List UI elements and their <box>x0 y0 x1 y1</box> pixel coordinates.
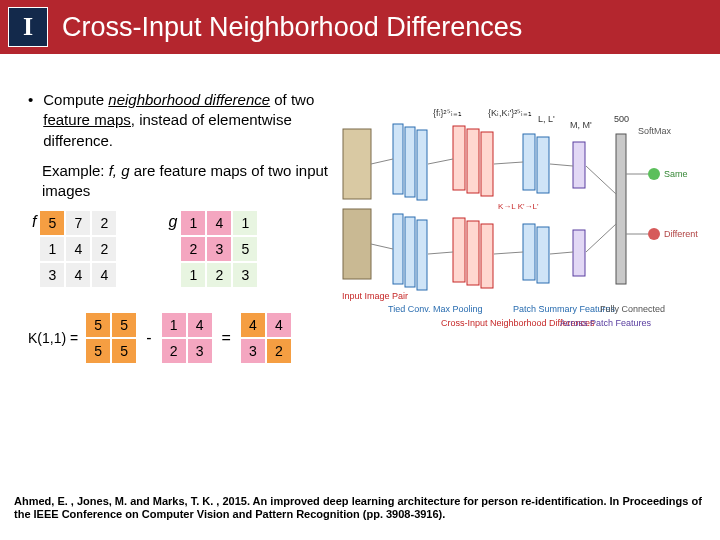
lbl-f25: {fᵢ}²⁵ᵢ₌₁ <box>433 108 462 118</box>
bullet-1: • Compute neighborhood difference of two… <box>28 90 328 151</box>
svg-line-27 <box>494 162 523 164</box>
slide-title: Cross-Input Neighborhood Differences <box>62 12 522 43</box>
cell: 5 <box>40 211 64 235</box>
svg-rect-12 <box>467 221 479 285</box>
svg-rect-9 <box>467 129 479 193</box>
lbl-input: Input Image Pair <box>342 291 408 301</box>
cell: 5 <box>233 237 257 261</box>
cell: 1 <box>181 211 205 235</box>
lbl-fc: Fully Connected <box>600 304 665 314</box>
svg-line-30 <box>550 252 573 254</box>
cell: 4 <box>241 313 265 337</box>
cell: 2 <box>267 339 291 363</box>
svg-point-21 <box>648 168 660 180</box>
cell: 4 <box>267 313 291 337</box>
matrix-f: 5 7 2 1 4 2 3 4 4 <box>40 211 116 287</box>
example-text: Example: f, g are feature maps of two in… <box>42 161 328 202</box>
svg-rect-13 <box>481 224 493 288</box>
left-column: • Compute neighborhood difference of two… <box>28 90 328 374</box>
t: of two <box>270 91 314 108</box>
svg-rect-10 <box>481 132 493 196</box>
svg-line-26 <box>428 252 453 254</box>
svg-line-25 <box>428 159 453 164</box>
svg-line-32 <box>586 224 616 252</box>
architecture-diagram: Input Image Pair Tied Conv. Max Pooling … <box>338 94 698 374</box>
cell: 3 <box>241 339 265 363</box>
eq-b: 1 4 2 3 <box>162 313 212 363</box>
cell: 3 <box>40 263 64 287</box>
lbl-diff: Different <box>664 229 698 239</box>
eq-a: 5 5 5 5 <box>86 313 136 363</box>
svg-point-22 <box>648 228 660 240</box>
cell: 5 <box>112 313 136 337</box>
lbl-same: Same <box>664 169 688 179</box>
matrix-g-wrap: g 1 4 1 2 3 5 1 2 3 <box>168 211 257 287</box>
cell: 4 <box>188 313 212 337</box>
svg-line-23 <box>371 159 393 164</box>
lbl-KL: K→L K'→L' <box>498 202 539 211</box>
svg-line-31 <box>586 166 616 194</box>
right-column: Input Image Pair Tied Conv. Max Pooling … <box>328 90 712 374</box>
svg-rect-14 <box>523 134 535 190</box>
cell: 5 <box>86 339 110 363</box>
bullet-text: Compute neighborhood difference of two f… <box>43 90 328 151</box>
cell: 5 <box>112 339 136 363</box>
svg-rect-1 <box>343 209 371 279</box>
svg-line-28 <box>494 252 523 254</box>
cell: 7 <box>66 211 90 235</box>
eq-c: 4 4 3 2 <box>241 313 291 363</box>
cell: 4 <box>92 263 116 287</box>
cell: 1 <box>162 313 186 337</box>
uiuc-logo: I <box>8 7 48 47</box>
slide-header: I Cross-Input Neighborhood Differences <box>0 0 720 54</box>
cell: 5 <box>86 313 110 337</box>
cell: 3 <box>188 339 212 363</box>
cell: 1 <box>233 211 257 235</box>
matrix-g: 1 4 1 2 3 5 1 2 3 <box>181 211 257 287</box>
lbl-500: 500 <box>614 114 629 124</box>
svg-rect-7 <box>417 220 427 290</box>
t: neighborhood difference <box>108 91 270 108</box>
cell: 2 <box>162 339 186 363</box>
t: Compute <box>43 91 108 108</box>
svg-line-24 <box>371 244 393 249</box>
svg-rect-11 <box>453 218 465 282</box>
svg-rect-15 <box>537 137 549 193</box>
svg-rect-19 <box>573 230 585 276</box>
t: Example: <box>42 162 109 179</box>
lbl-LL: L, L' <box>538 114 555 124</box>
svg-rect-3 <box>405 127 415 197</box>
cell: 3 <box>233 263 257 287</box>
equals-op: = <box>222 329 231 347</box>
matrix-g-label: g <box>168 213 177 231</box>
cell: 3 <box>207 237 231 261</box>
t: feature maps, <box>43 111 135 128</box>
svg-line-29 <box>550 164 573 166</box>
svg-rect-20 <box>616 134 626 284</box>
svg-rect-17 <box>537 227 549 283</box>
svg-rect-16 <box>523 224 535 280</box>
cell: 2 <box>92 211 116 235</box>
svg-rect-18 <box>573 142 585 188</box>
cell: 4 <box>66 237 90 261</box>
svg-rect-4 <box>417 130 427 200</box>
svg-rect-6 <box>405 217 415 287</box>
svg-rect-8 <box>453 126 465 190</box>
svg-rect-2 <box>393 124 403 194</box>
citation-text: Ahmed, E. , Jones, M. and Marks, T. K. ,… <box>14 495 706 523</box>
slide-body: • Compute neighborhood difference of two… <box>0 54 720 374</box>
cell: 2 <box>207 263 231 287</box>
equation-row: K(1,1) = 5 5 5 5 - 1 4 2 3 = 4 4 3 2 <box>28 313 328 363</box>
lbl-tied: Tied Conv. Max Pooling <box>388 304 483 314</box>
svg-rect-5 <box>393 214 403 284</box>
svg-rect-0 <box>343 129 371 199</box>
bullet-dot: • <box>28 90 33 151</box>
lbl-softmax: SoftMax <box>638 126 672 136</box>
t: f, g <box>109 162 130 179</box>
cell: 4 <box>207 211 231 235</box>
matrix-f-wrap: f 5 7 2 1 4 2 3 4 4 <box>32 211 116 287</box>
lbl-MM: M, M' <box>570 120 592 130</box>
cell: 1 <box>40 237 64 261</box>
cell: 4 <box>66 263 90 287</box>
cell: 1 <box>181 263 205 287</box>
